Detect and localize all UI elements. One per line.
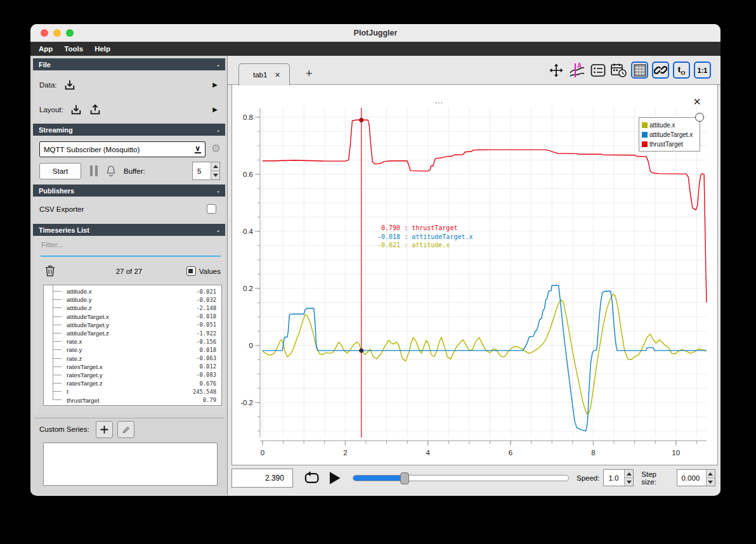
legend-entry[interactable]: attitude.x xyxy=(642,120,697,130)
slider-handle[interactable] xyxy=(400,472,409,484)
new-tab-button[interactable]: + xyxy=(306,67,313,81)
time-options-button[interactable] xyxy=(610,62,627,79)
series-attitude.x xyxy=(263,294,707,414)
streaming-settings-gear-icon[interactable]: ⚙ xyxy=(211,143,221,155)
time-offset-button[interactable]: tO xyxy=(673,62,690,79)
link-axes-button[interactable] xyxy=(652,62,669,79)
time-display[interactable]: 2.390 xyxy=(231,469,293,488)
notifications-bell-icon[interactable] xyxy=(104,164,118,178)
collapse-icon[interactable]: - xyxy=(217,61,219,68)
menu-app[interactable]: App xyxy=(39,45,53,53)
legend-swatch xyxy=(642,141,648,147)
timeseries-row[interactable]: ratesTarget.y-0.083 xyxy=(44,371,221,379)
streaming-section-header[interactable]: Streaming - xyxy=(33,124,225,136)
file-section-title: File xyxy=(39,61,51,68)
buffer-down-button[interactable] xyxy=(211,171,219,179)
load-layout-icon[interactable] xyxy=(70,103,82,116)
collapse-icon[interactable]: - xyxy=(217,187,219,195)
csv-exporter-checkbox[interactable] xyxy=(207,204,216,214)
legend-entry[interactable]: attitudeTarget.x xyxy=(642,130,697,139)
chevron-down-icon: ∨ xyxy=(195,145,201,153)
load-data-icon[interactable] xyxy=(63,79,76,91)
loop-icon[interactable] xyxy=(303,470,320,486)
play-icon[interactable] xyxy=(328,470,341,486)
timeseries-row[interactable]: rate.y0.018 xyxy=(44,346,221,354)
grid-layout-button[interactable] xyxy=(631,62,648,79)
timeseries-section-title: Timeseries List xyxy=(39,226,89,234)
svg-text:0.4: 0.4 xyxy=(243,228,254,235)
close-window-button[interactable] xyxy=(41,29,48,37)
timeseries-row[interactable]: attitudeTarget.z-1.922 xyxy=(44,329,221,337)
tab-label: tab1 xyxy=(253,71,267,79)
plot-close-icon[interactable]: × xyxy=(693,95,701,108)
values-checkbox[interactable] xyxy=(186,266,196,276)
timeseries-row[interactable]: ratesTarget.z0.676 xyxy=(44,379,221,387)
plot-legend[interactable]: attitude.xattitudeTarget.xthrustTarget xyxy=(639,117,700,152)
buffer-spinbox[interactable]: 5 xyxy=(192,162,220,180)
plot-title[interactable]: ... xyxy=(435,96,443,105)
tab-tab1[interactable]: tab1 × xyxy=(238,63,290,86)
legend-swatch xyxy=(642,122,648,128)
speed-down-button[interactable] xyxy=(625,478,633,486)
edit-custom-series-button[interactable] xyxy=(117,421,134,438)
move-tool-button[interactable] xyxy=(547,62,564,79)
svg-text:10: 10 xyxy=(672,449,680,457)
layout-expand-arrow[interactable]: ▶ xyxy=(212,106,218,113)
svg-text:6: 6 xyxy=(509,449,512,457)
minimize-window-button[interactable] xyxy=(53,29,61,37)
menu-help[interactable]: Help xyxy=(94,45,110,53)
title-bar[interactable]: PlotJuggler xyxy=(30,24,720,42)
timeseries-row[interactable]: thrustTarget0.79 xyxy=(44,396,221,404)
timeseries-row[interactable]: attitudeTarget.x-0.018 xyxy=(44,313,221,321)
zoom-window-button[interactable] xyxy=(66,29,74,37)
add-custom-series-button[interactable] xyxy=(96,421,113,438)
start-streaming-button[interactable]: Start xyxy=(39,163,81,179)
timeseries-list[interactable]: attitude.x-0.021attitude.y-0.032attitude… xyxy=(43,285,222,406)
streaming-source-value: MQTT Subscriber (Mosquitto) xyxy=(44,146,140,153)
publishers-section-header[interactable]: Publishers - xyxy=(33,185,225,197)
workspace: tab1 × + xyxy=(228,56,720,495)
legend-handle[interactable] xyxy=(695,113,704,122)
list-icon xyxy=(590,62,606,79)
step-size-spinbox[interactable]: 0.000 xyxy=(677,469,715,486)
curve-list-button[interactable] xyxy=(589,62,606,79)
tracker-tool-button[interactable]: A xyxy=(568,62,585,79)
timeseries-row[interactable]: attitude.x-0.021 xyxy=(44,287,221,295)
menu-tools[interactable]: Tools xyxy=(64,45,83,53)
tab-close-icon[interactable]: × xyxy=(275,70,280,80)
legend-swatch xyxy=(642,132,648,138)
save-layout-icon[interactable] xyxy=(89,103,101,116)
publishers-section-title: Publishers xyxy=(39,187,74,195)
streaming-source-select[interactable]: MQTT Subscriber (Mosquitto) ∨ xyxy=(39,141,205,157)
curve-tracker-icon: A xyxy=(569,62,585,79)
svg-text:-0.2: -0.2 xyxy=(240,399,253,406)
buffer-up-button[interactable] xyxy=(211,162,219,171)
data-label: Data: xyxy=(39,81,57,89)
timeseries-row[interactable]: ratesTarget.x0.012 xyxy=(44,363,221,371)
data-expand-arrow[interactable]: ▶ xyxy=(212,81,218,88)
timeseries-row[interactable]: rate.x-0.156 xyxy=(44,337,221,346)
collapse-icon[interactable]: - xyxy=(217,126,219,134)
legend-entry[interactable]: thrustTarget xyxy=(642,139,697,149)
timeseries-section-header[interactable]: Timeseries List - xyxy=(33,224,225,236)
timeline-slider[interactable] xyxy=(353,475,569,481)
step-up-button[interactable] xyxy=(707,470,715,478)
step-size-label: Step size: xyxy=(641,470,672,486)
plot-toolbar: A xyxy=(547,62,711,79)
timeseries-row[interactable]: attitude.y-0.032 xyxy=(44,295,221,304)
pause-icon[interactable] xyxy=(90,165,98,176)
speed-spinbox[interactable]: 1.0 xyxy=(603,469,634,486)
timeseries-row[interactable]: attitude.z-2.148 xyxy=(44,304,221,312)
step-down-button[interactable] xyxy=(707,478,715,486)
timeseries-row[interactable]: t245.548 xyxy=(44,387,221,396)
custom-series-list[interactable] xyxy=(43,443,218,486)
timeseries-filter-input[interactable] xyxy=(41,241,220,249)
svg-text:8: 8 xyxy=(591,449,595,457)
timeseries-row[interactable]: attitudeTarget.y-0.051 xyxy=(44,321,221,329)
file-section-header[interactable]: File - xyxy=(33,58,225,70)
collapse-icon[interactable]: - xyxy=(217,226,219,234)
ratio-button[interactable]: 1:1 xyxy=(694,62,711,79)
timeseries-row[interactable]: rate.z-0.063 xyxy=(44,354,221,363)
speed-up-button[interactable] xyxy=(625,470,633,478)
traffic-lights xyxy=(41,29,74,37)
